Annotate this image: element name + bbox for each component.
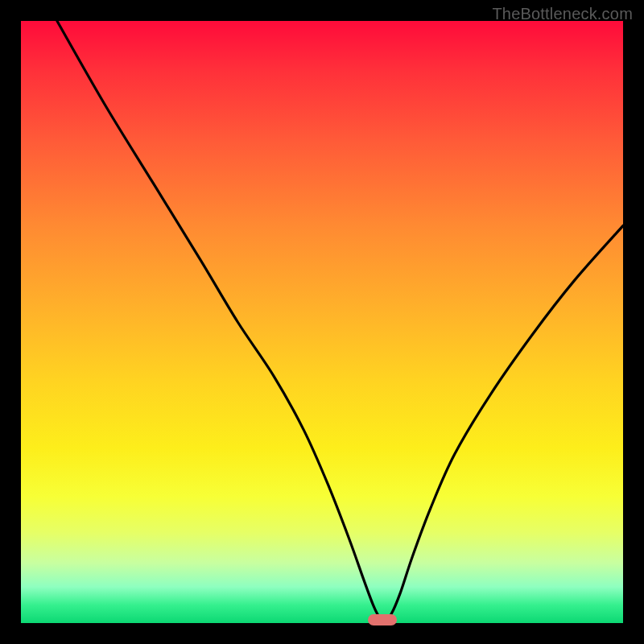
optimal-point-marker xyxy=(368,614,397,625)
chart-frame: TheBottleneck.com xyxy=(0,0,644,644)
bottleneck-curve xyxy=(57,21,623,621)
curve-layer xyxy=(21,21,623,623)
plot-area xyxy=(21,21,623,623)
